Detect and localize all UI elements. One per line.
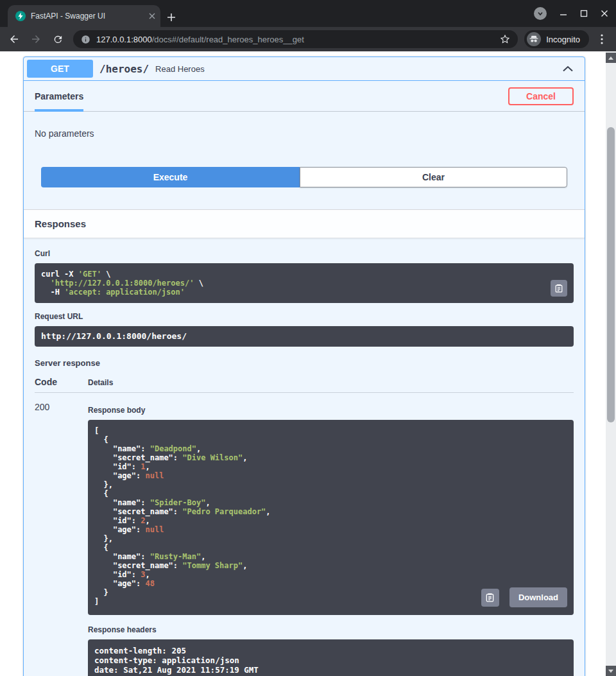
tab-close-icon[interactable] xyxy=(149,13,155,19)
browser-menu-icon[interactable] xyxy=(593,30,611,48)
response-headers-block: content-length: 205 content-type: applic… xyxy=(88,639,574,676)
fastapi-favicon-icon xyxy=(15,11,26,21)
request-url-label: Request URL xyxy=(35,312,574,321)
operation-summary[interactable]: GET /heroes/ Read Heroes xyxy=(24,57,585,81)
scroll-up-icon xyxy=(608,56,613,60)
opblock-get-heroes: GET /heroes/ Read Heroes Parameters Canc… xyxy=(23,56,585,676)
close-window-button[interactable] xyxy=(601,10,608,17)
server-response-label: Server response xyxy=(35,358,574,368)
maximize-button[interactable] xyxy=(580,10,588,17)
request-url-value: http://127.0.0.1:8000/heroes/ xyxy=(35,326,574,347)
page-info-icon[interactable] xyxy=(81,35,90,44)
status-code: 200 xyxy=(35,402,88,676)
code-column-header: Code xyxy=(35,377,88,387)
response-row: 200 Response body [ { "name": "Deadpond"… xyxy=(35,393,574,676)
operation-summary-text: Read Heroes xyxy=(155,64,205,74)
tab-title: FastAPI - Swagger UI xyxy=(31,12,144,21)
incognito-badge: Incognito xyxy=(524,30,589,48)
swagger-page: GET /heroes/ Read Heroes Parameters Canc… xyxy=(0,51,616,676)
incognito-icon xyxy=(527,32,541,46)
page-scrollbar[interactable] xyxy=(606,51,616,676)
incognito-label: Incognito xyxy=(546,35,580,44)
response-body-code: [ { "name": "Deadpond", "secret_name": "… xyxy=(94,426,567,606)
browser-navbar: 127.0.0.1:8000/docs#/default/read_heroes… xyxy=(0,27,616,51)
method-badge: GET xyxy=(27,60,93,78)
browser-tab[interactable]: FastAPI - Swagger UI xyxy=(8,5,160,27)
response-body-label: Response body xyxy=(88,406,574,415)
response-body-block: [ { "name": "Deadpond", "secret_name": "… xyxy=(88,420,574,615)
minimize-button[interactable] xyxy=(560,10,567,17)
responses-section-header: Responses xyxy=(24,209,585,238)
parameters-body: No parameters Execute Clear xyxy=(24,112,585,187)
copy-curl-button[interactable] xyxy=(551,280,567,297)
operation-path: /heroes/ xyxy=(99,63,149,75)
no-parameters-text: No parameters xyxy=(35,128,574,139)
execute-button[interactable]: Execute xyxy=(41,167,300,187)
scrollbar-thumb[interactable] xyxy=(607,127,615,422)
url-text: 127.0.0.1:8000/docs#/default/read_heroes… xyxy=(96,35,494,44)
curl-code-block: curl -X 'GET' \ 'http://127.0.0.1:8000/h… xyxy=(35,263,574,303)
window-controls xyxy=(534,0,608,27)
execute-row: Execute Clear xyxy=(41,167,567,187)
bookmark-star-icon[interactable] xyxy=(500,34,510,44)
browser-titlebar: FastAPI - Swagger UI xyxy=(0,0,616,27)
url-path: /docs#/default/read_heroes_heroes__get xyxy=(152,35,304,44)
back-button[interactable] xyxy=(5,30,23,48)
collapse-arrow-icon[interactable] xyxy=(561,62,574,75)
parameters-header: Parameters Cancel xyxy=(24,81,585,112)
copy-response-button[interactable] xyxy=(481,589,499,607)
curl-label: Curl xyxy=(35,249,574,258)
response-table-header: Code Details xyxy=(35,377,574,393)
scroll-down-icon xyxy=(608,670,613,673)
media-controls-button[interactable] xyxy=(534,7,547,20)
clear-button[interactable]: Clear xyxy=(300,167,567,187)
response-headers-code: content-length: 205 content-type: applic… xyxy=(94,646,567,676)
download-button[interactable]: Download xyxy=(509,587,567,607)
scroll-up-button[interactable] xyxy=(606,53,616,63)
cancel-button[interactable]: Cancel xyxy=(508,87,574,105)
response-details-cell: Response body [ { "name": "Deadpond", "s… xyxy=(88,402,574,676)
address-bar[interactable]: 127.0.0.1:8000/docs#/default/read_heroes… xyxy=(73,30,518,48)
new-tab-button[interactable] xyxy=(167,13,176,22)
reload-button[interactable] xyxy=(49,30,67,48)
scroll-down-button[interactable] xyxy=(606,666,616,676)
responses-body: Curl curl -X 'GET' \ 'http://127.0.0.1:8… xyxy=(24,238,585,676)
url-host: 127.0.0.1:8000 xyxy=(96,35,152,44)
details-column-header: Details xyxy=(88,378,574,387)
forward-button[interactable] xyxy=(27,30,45,48)
response-body-actions: Download xyxy=(481,587,567,607)
curl-command: curl -X 'GET' \ 'http://127.0.0.1:8000/h… xyxy=(41,270,567,297)
parameters-title: Parameters xyxy=(35,81,83,111)
response-headers-label: Response headers xyxy=(88,625,574,634)
